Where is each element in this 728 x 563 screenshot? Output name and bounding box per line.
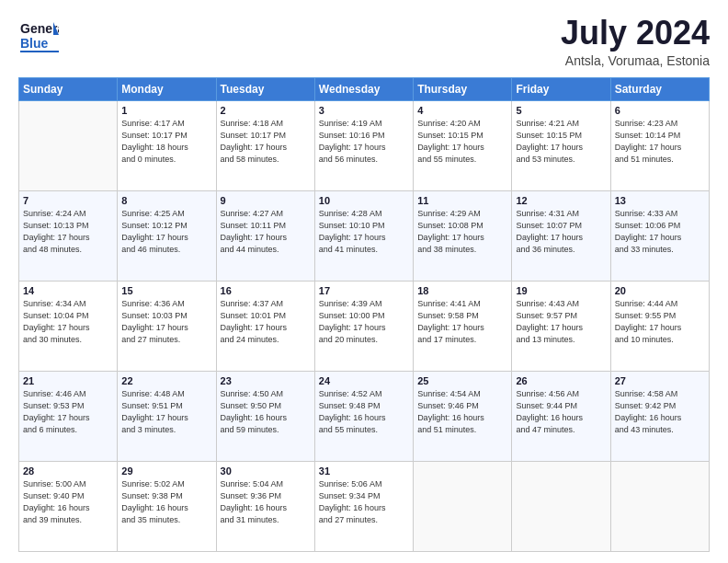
- calendar-cell: 26Sunrise: 4:56 AM Sunset: 9:44 PM Dayli…: [512, 371, 610, 461]
- calendar-cell: 29Sunrise: 5:02 AM Sunset: 9:38 PM Dayli…: [118, 461, 216, 551]
- day-number: 12: [516, 195, 606, 206]
- calendar-cell: 22Sunrise: 4:48 AM Sunset: 9:51 PM Dayli…: [118, 371, 216, 461]
- calendar-cell: 5Sunrise: 4:21 AM Sunset: 10:15 PM Dayli…: [512, 100, 610, 190]
- day-number: 23: [221, 375, 311, 386]
- calendar-cell: 19Sunrise: 4:43 AM Sunset: 9:57 PM Dayli…: [512, 281, 610, 371]
- day-number: 30: [221, 465, 311, 477]
- calendar-cell: 16Sunrise: 4:37 AM Sunset: 10:01 PM Dayl…: [216, 281, 314, 371]
- day-number: 14: [23, 285, 113, 296]
- day-info: Sunrise: 4:21 AM Sunset: 10:15 PM Daylig…: [516, 118, 606, 166]
- day-number: 24: [319, 375, 409, 386]
- day-number: 13: [615, 195, 705, 206]
- day-number: 4: [417, 105, 507, 116]
- calendar-cell: 15Sunrise: 4:36 AM Sunset: 10:03 PM Dayl…: [118, 281, 216, 371]
- day-info: Sunrise: 5:06 AM Sunset: 9:34 PM Dayligh…: [319, 478, 409, 526]
- day-info: Sunrise: 5:04 AM Sunset: 9:36 PM Dayligh…: [221, 478, 311, 526]
- calendar-cell: 3Sunrise: 4:19 AM Sunset: 10:16 PM Dayli…: [314, 100, 413, 190]
- day-info: Sunrise: 4:46 AM Sunset: 9:53 PM Dayligh…: [23, 388, 113, 436]
- day-number: 5: [516, 105, 606, 116]
- day-info: Sunrise: 4:52 AM Sunset: 9:48 PM Dayligh…: [319, 388, 409, 436]
- day-info: Sunrise: 4:37 AM Sunset: 10:01 PM Daylig…: [221, 298, 311, 346]
- calendar-table: Sunday Monday Tuesday Wednesday Thursday…: [18, 77, 710, 552]
- calendar-cell: 27Sunrise: 4:58 AM Sunset: 9:42 PM Dayli…: [610, 371, 709, 461]
- calendar-cell: 12Sunrise: 4:31 AM Sunset: 10:07 PM Dayl…: [512, 190, 610, 281]
- day-number: 29: [121, 465, 211, 477]
- calendar-cell: 23Sunrise: 4:50 AM Sunset: 9:50 PM Dayli…: [216, 371, 314, 461]
- day-info: Sunrise: 4:44 AM Sunset: 9:55 PM Dayligh…: [615, 298, 705, 346]
- main-title: July 2024: [561, 15, 710, 52]
- calendar-cell: 10Sunrise: 4:28 AM Sunset: 10:10 PM Dayl…: [314, 190, 413, 281]
- calendar-week-4: 21Sunrise: 4:46 AM Sunset: 9:53 PM Dayli…: [19, 371, 710, 461]
- calendar-cell: 1Sunrise: 4:17 AM Sunset: 10:17 PM Dayli…: [118, 100, 216, 190]
- calendar-cell: 30Sunrise: 5:04 AM Sunset: 9:36 PM Dayli…: [216, 461, 314, 551]
- col-monday: Monday: [118, 77, 216, 100]
- logo: General Blue: [18, 15, 59, 55]
- calendar-cell: 13Sunrise: 4:33 AM Sunset: 10:06 PM Dayl…: [610, 190, 709, 281]
- day-number: 28: [23, 465, 113, 477]
- col-thursday: Thursday: [414, 77, 512, 100]
- svg-text:General: General: [20, 21, 59, 36]
- day-info: Sunrise: 4:48 AM Sunset: 9:51 PM Dayligh…: [121, 388, 211, 436]
- logo-icon: General Blue: [18, 15, 59, 55]
- day-info: Sunrise: 4:39 AM Sunset: 10:00 PM Daylig…: [319, 298, 409, 346]
- calendar-week-5: 28Sunrise: 5:00 AM Sunset: 9:40 PM Dayli…: [19, 461, 710, 551]
- day-info: Sunrise: 5:02 AM Sunset: 9:38 PM Dayligh…: [121, 478, 211, 526]
- day-info: Sunrise: 4:33 AM Sunset: 10:06 PM Daylig…: [615, 208, 705, 256]
- header-row: Sunday Monday Tuesday Wednesday Thursday…: [19, 77, 710, 100]
- calendar-cell: 6Sunrise: 4:23 AM Sunset: 10:14 PM Dayli…: [610, 100, 709, 190]
- day-number: 2: [221, 105, 311, 116]
- calendar-cell: 2Sunrise: 4:18 AM Sunset: 10:17 PM Dayli…: [216, 100, 314, 190]
- day-info: Sunrise: 4:54 AM Sunset: 9:46 PM Dayligh…: [417, 388, 507, 436]
- calendar-cell: [19, 100, 118, 190]
- calendar-cell: 9Sunrise: 4:27 AM Sunset: 10:11 PM Dayli…: [216, 190, 314, 281]
- calendar-cell: 20Sunrise: 4:44 AM Sunset: 9:55 PM Dayli…: [610, 281, 709, 371]
- day-info: Sunrise: 4:43 AM Sunset: 9:57 PM Dayligh…: [516, 298, 606, 346]
- col-saturday: Saturday: [610, 77, 709, 100]
- calendar-cell: 17Sunrise: 4:39 AM Sunset: 10:00 PM Dayl…: [314, 281, 413, 371]
- day-info: Sunrise: 4:20 AM Sunset: 10:15 PM Daylig…: [417, 118, 507, 166]
- calendar-cell: 24Sunrise: 4:52 AM Sunset: 9:48 PM Dayli…: [314, 371, 413, 461]
- day-info: Sunrise: 5:00 AM Sunset: 9:40 PM Dayligh…: [23, 478, 113, 526]
- day-info: Sunrise: 4:36 AM Sunset: 10:03 PM Daylig…: [121, 298, 211, 346]
- calendar-cell: 28Sunrise: 5:00 AM Sunset: 9:40 PM Dayli…: [19, 461, 118, 551]
- day-number: 10: [319, 195, 409, 206]
- page: General Blue July 2024 Antsla, Vorumaa, …: [0, 0, 728, 563]
- day-info: Sunrise: 4:58 AM Sunset: 9:42 PM Dayligh…: [615, 388, 705, 436]
- calendar-cell: 11Sunrise: 4:29 AM Sunset: 10:08 PM Dayl…: [414, 190, 512, 281]
- calendar-cell: 18Sunrise: 4:41 AM Sunset: 9:58 PM Dayli…: [414, 281, 512, 371]
- day-info: Sunrise: 4:24 AM Sunset: 10:13 PM Daylig…: [23, 208, 113, 256]
- calendar-cell: 7Sunrise: 4:24 AM Sunset: 10:13 PM Dayli…: [19, 190, 118, 281]
- calendar-header: Sunday Monday Tuesday Wednesday Thursday…: [19, 77, 710, 100]
- calendar-week-3: 14Sunrise: 4:34 AM Sunset: 10:04 PM Dayl…: [19, 281, 710, 371]
- day-number: 21: [23, 375, 113, 386]
- day-number: 3: [319, 105, 409, 116]
- day-number: 6: [615, 105, 705, 116]
- calendar-cell: 4Sunrise: 4:20 AM Sunset: 10:15 PM Dayli…: [414, 100, 512, 190]
- day-number: 7: [23, 195, 113, 206]
- calendar-cell: 14Sunrise: 4:34 AM Sunset: 10:04 PM Dayl…: [19, 281, 118, 371]
- day-info: Sunrise: 4:18 AM Sunset: 10:17 PM Daylig…: [221, 118, 311, 166]
- day-info: Sunrise: 4:17 AM Sunset: 10:17 PM Daylig…: [121, 118, 211, 166]
- calendar-cell: 8Sunrise: 4:25 AM Sunset: 10:12 PM Dayli…: [118, 190, 216, 281]
- day-info: Sunrise: 4:41 AM Sunset: 9:58 PM Dayligh…: [417, 298, 507, 346]
- day-info: Sunrise: 4:23 AM Sunset: 10:14 PM Daylig…: [615, 118, 705, 166]
- day-number: 31: [319, 465, 409, 477]
- calendar-cell: [512, 461, 610, 551]
- calendar-cell: 21Sunrise: 4:46 AM Sunset: 9:53 PM Dayli…: [19, 371, 118, 461]
- day-number: 22: [121, 375, 211, 386]
- header: General Blue July 2024 Antsla, Vorumaa, …: [18, 15, 710, 68]
- col-wednesday: Wednesday: [314, 77, 413, 100]
- day-info: Sunrise: 4:29 AM Sunset: 10:08 PM Daylig…: [417, 208, 507, 256]
- col-friday: Friday: [512, 77, 610, 100]
- day-info: Sunrise: 4:50 AM Sunset: 9:50 PM Dayligh…: [221, 388, 311, 436]
- day-info: Sunrise: 4:19 AM Sunset: 10:16 PM Daylig…: [319, 118, 409, 166]
- day-number: 9: [221, 195, 311, 206]
- calendar-cell: 31Sunrise: 5:06 AM Sunset: 9:34 PM Dayli…: [314, 461, 413, 551]
- day-info: Sunrise: 4:28 AM Sunset: 10:10 PM Daylig…: [319, 208, 409, 256]
- title-block: July 2024 Antsla, Vorumaa, Estonia: [561, 15, 710, 68]
- day-info: Sunrise: 4:25 AM Sunset: 10:12 PM Daylig…: [121, 208, 211, 256]
- day-number: 20: [615, 285, 705, 296]
- calendar-week-2: 7Sunrise: 4:24 AM Sunset: 10:13 PM Dayli…: [19, 190, 710, 281]
- day-number: 11: [417, 195, 507, 206]
- day-number: 19: [516, 285, 606, 296]
